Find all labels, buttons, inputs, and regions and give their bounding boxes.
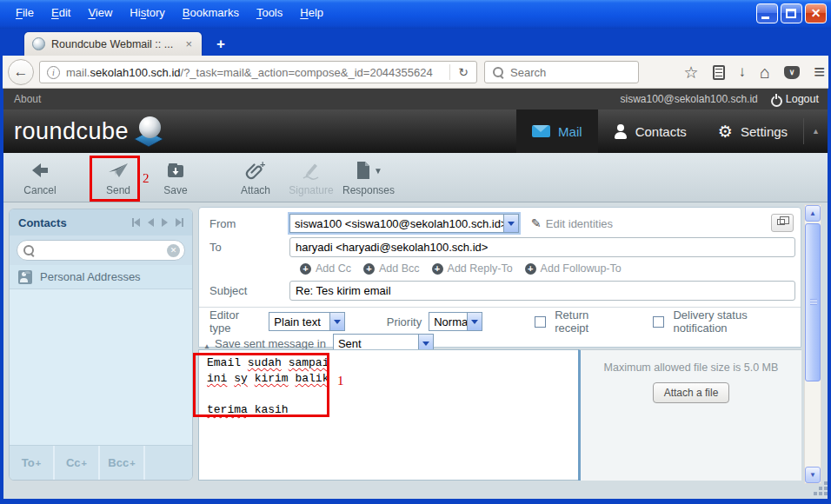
tab-bar: Roundcube Webmail :: ... × + [0,29,831,56]
menu-tools[interactable]: Tools [248,3,291,22]
tab-title: Roundcube Webmail :: ... [51,38,183,50]
return-receipt-label: Return receipt [555,308,623,335]
downloads-icon[interactable]: ↓ [739,63,747,81]
menu-history[interactable]: History [121,3,173,22]
cancel-button[interactable]: Cancel [12,159,68,196]
window-close-button[interactable]: ✕ [805,3,827,23]
save-button[interactable]: Save [148,159,203,196]
menu-edit[interactable]: Edit [43,3,79,22]
minimize-icon [761,17,769,19]
add-cc-button[interactable]: Cc+ [55,446,100,480]
signature-pen-icon [300,159,322,182]
detach-windows-icon [777,219,785,225]
editor-type-select[interactable]: Plain text [269,312,344,331]
close-icon: ✕ [806,6,826,20]
browser-navbar: ← i mail.sekolah100.sch.id/?_task=mail&_… [3,56,828,89]
nav-mail[interactable]: Mail [516,109,598,153]
last-page-icon[interactable] [176,218,183,227]
window-minimize-button[interactable] [756,3,778,23]
resize-grip[interactable] [824,492,828,495]
attach-file-button[interactable]: Attach a file [653,382,730,403]
to-label: To [209,241,289,254]
from-label: From [209,217,289,230]
maximize-icon [786,9,796,18]
contacts-search-input[interactable] [35,244,167,256]
main-content: Contacts ✕ [3,202,828,499]
subject-label: Subject [209,284,289,297]
return-receipt-checkbox[interactable] [535,316,546,328]
menu-help[interactable]: Help [291,3,332,22]
back-button[interactable]: ← [8,59,34,85]
bookmarks-panel-icon[interactable] [713,65,725,80]
annotation-box-1 [193,353,329,417]
first-page-icon[interactable] [132,218,140,227]
clear-search-icon[interactable]: ✕ [167,244,180,257]
add-bcc-button[interactable]: Bcc+ [100,446,145,480]
addressbook-personal[interactable]: Personal Addresses [10,265,192,289]
priority-select[interactable]: Normal [429,312,482,331]
scroll-down-icon[interactable]: ▼ [805,467,821,483]
dropdown-arrow-icon[interactable] [329,313,344,330]
roundcube-page: About siswa100@sekolah100.sch.id Logout … [3,89,828,499]
to-input[interactable] [289,237,795,257]
detach-compose-button[interactable] [771,214,794,232]
previous-page-icon[interactable] [148,218,154,227]
add-replyto-link[interactable]: +Add Reply-To [432,262,513,275]
window-maximize-button[interactable] [781,3,802,23]
browser-search-input[interactable] [504,66,638,79]
annotation-box-2 [90,156,140,202]
logout-button[interactable]: Logout [770,93,819,105]
search-icon [23,244,35,256]
plus-circle-icon: + [525,263,536,275]
from-select[interactable]: siswa100 <siswa100@sekolah100.sch.id> [289,214,519,233]
roundcube-cube-icon [134,116,167,152]
person-icon [614,124,628,139]
edit-identities-link[interactable]: Edit identities [546,217,613,230]
site-info-icon[interactable]: i [47,66,60,79]
nav-contacts[interactable]: Contacts [598,109,702,153]
scroll-up-icon[interactable]: ▲ [805,205,821,222]
taskbar-collapse-icon[interactable]: ▲ [804,127,828,136]
contacts-header: Contacts [10,209,192,235]
roundcube-favicon [32,37,45,50]
contacts-list[interactable] [10,289,192,445]
pocket-icon[interactable]: ∨ [784,66,800,79]
menu-bookmarks[interactable]: Bookmarks [174,3,248,22]
nav-settings[interactable]: ⚙ Settings [702,109,803,153]
contacts-search-row: ✕ [10,235,192,265]
attach-paperclip-icon: + [244,159,267,182]
add-to-button[interactable]: To+ [10,446,55,480]
menu-hamburger-icon[interactable]: ≡ [814,61,825,83]
signature-button: Signature [283,159,339,196]
roundcube-logo: roundcube [14,109,167,153]
dsn-checkbox[interactable] [653,316,664,328]
tab-close-icon[interactable]: × [183,37,194,50]
about-link[interactable]: About [14,93,41,105]
edit-pencil-icon[interactable]: ✎ [531,216,542,230]
add-cc-link[interactable]: +Add Cc [300,262,351,275]
browser-tab[interactable]: Roundcube Webmail :: ... × [24,32,202,56]
home-icon[interactable]: ⌂ [760,63,770,83]
page-scrollbar[interactable]: ▲ ▼ [804,204,821,484]
add-bcc-link[interactable]: +Add Bcc [363,262,420,275]
scrollbar-thumb[interactable] [805,223,821,381]
add-followupto-link[interactable]: +Add Followup-To [525,262,622,275]
subject-input[interactable] [289,281,795,301]
bookmark-star-icon[interactable]: ☆ [684,63,699,83]
contacts-search-box[interactable]: ✕ [17,240,185,261]
max-file-size-hint: Maximum allowed file size is 5.0 MB [604,361,779,374]
dropdown-arrow-icon[interactable] [467,313,482,330]
browser-search-bar[interactable] [484,61,639,83]
menu-view[interactable]: View [79,3,121,22]
plus-circle-icon: + [300,263,311,275]
next-page-icon[interactable] [162,218,168,227]
url-text[interactable]: mail.sekolah100.sch.id/?_task=mail&_acti… [66,66,449,79]
reload-icon[interactable]: ↻ [450,65,476,79]
responses-button[interactable]: ▼ Responses [341,159,396,196]
dropdown-arrow-icon[interactable] [503,215,518,232]
attach-button[interactable]: + Attach [228,159,283,196]
url-bar[interactable]: i mail.sekolah100.sch.id/?_task=mail&_ac… [39,61,477,83]
save-sent-label: Save sent message in [215,337,326,350]
new-tab-button[interactable]: + [209,35,232,54]
menu-file[interactable]: File [7,3,43,22]
